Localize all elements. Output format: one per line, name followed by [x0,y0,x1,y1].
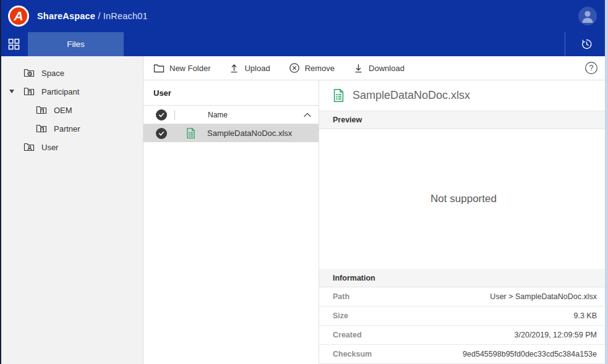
app-body: A Space Participant [0,56,608,364]
checkmark-icon [158,112,165,118]
apps-grid-button[interactable] [0,32,28,56]
remove-button[interactable]: Remove [289,62,335,74]
window-left-edge [0,0,1,364]
information-section-header: Information [319,269,608,287]
upload-button[interactable]: Upload [229,63,270,74]
new-folder-icon [153,64,165,73]
file-row-sampledatanodoc[interactable]: SampleDataNoDoc.xlsx [143,124,319,142]
name-column-header[interactable]: Name [208,111,319,119]
file-list-panel: User Name [143,80,319,364]
preview-area: Not supported [319,129,608,269]
info-value: 9.3 KB [573,311,597,320]
window-right-edge [605,0,608,364]
info-value: User > SampleDataNoDoc.xlsx [490,292,597,301]
remove-icon [289,62,300,74]
info-label: Checksum [333,350,372,358]
space-name: InReach01 [103,11,148,21]
participant-folder-icon [36,105,47,115]
apps-grid-icon [8,38,20,50]
new-folder-button[interactable]: New Folder [153,64,210,73]
sidebar-tree: A Space Participant [0,56,143,364]
name-column-label: Name [208,111,228,119]
upload-icon [229,63,239,74]
shareaspace-logo: A [8,6,29,27]
svg-text:?: ? [589,64,594,72]
user-folder-icon [24,142,35,152]
select-all-cell [143,109,174,121]
info-label: Created [333,331,362,339]
info-label: Size [333,311,348,320]
checkmark-icon [158,130,165,137]
sidebar-item-user[interactable]: User [0,138,143,156]
folder-title: User [143,80,319,106]
info-value: 9ed545598b95fd0dec33cd5c384a153e [463,350,597,358]
preview-section-header: Preview [319,111,608,129]
spreadsheet-file-icon [186,127,195,139]
spreadsheet-file-icon [333,88,345,103]
participant-folder-icon [24,87,35,96]
download-icon [353,63,364,74]
sidebar-item-space[interactable]: A Space [0,64,143,82]
info-label: Path [333,292,349,301]
row-check-cell [143,128,174,139]
preview-message: Not supported [430,193,497,205]
tab-files-label: Files [67,40,85,49]
file-table-header: Name [143,106,319,124]
help-icon: ? [584,61,598,75]
remove-label: Remove [305,64,335,73]
sidebar-item-label: Space [41,69,64,78]
shareaspace-app: A ShareAspace / InReach01 Files [0,0,608,364]
sort-ascending-icon[interactable] [304,112,311,117]
title-separator: / [98,11,103,21]
sidebar-item-participant[interactable]: Participant [0,82,143,101]
row-name-cell: SampleDataNoDoc.xlsx [207,129,319,138]
user-avatar-button[interactable] [578,7,597,25]
sidebar-item-oem[interactable]: OEM [0,101,143,119]
sidebar-item-partner[interactable]: Partner [0,119,143,138]
user-avatar-icon [578,7,597,25]
participant-folder-icon [36,124,47,133]
files-toolbar: New Folder Upload Remove [143,56,608,80]
info-row-created: Created 3/20/2019, 12:09:59 PM [319,326,608,345]
info-row-size: Size 9.3 KB [319,307,608,326]
upload-label: Upload [244,64,270,73]
details-file-title: SampleDataNoDoc.xlsx [353,89,470,102]
info-row-path: Path User > SampleDataNoDoc.xlsx [319,287,608,307]
file-name: SampleDataNoDoc.xlsx [207,129,292,138]
expand-arrow-icon[interactable] [9,90,14,93]
tab-files[interactable]: Files [28,32,124,56]
top-header-bar: A ShareAspace / InReach01 [0,0,608,32]
sidebar-item-label: User [41,143,58,152]
info-value: 3/20/2019, 12:09:59 PM [515,331,597,339]
sidebar-item-label: OEM [54,106,72,115]
select-all-checkbox[interactable] [156,109,167,121]
tab-bar: Files [0,32,608,56]
brand-name: ShareAspace [37,11,95,21]
row-checkbox[interactable] [156,128,167,139]
download-label: Download [369,64,405,73]
row-file-icon-cell [174,127,207,139]
help-button[interactable]: ? [584,61,598,75]
main-area: New Folder Upload Remove [143,56,608,364]
info-row-checksum: Checksum 9ed545598b95fd0dec33cd5c384a153… [319,345,608,364]
app-title: ShareAspace / InReach01 [37,11,148,21]
space-folder-icon: A [24,68,35,78]
sidebar-item-label: Participant [41,87,79,96]
new-folder-label: New Folder [169,64,210,73]
svg-text:A: A [28,72,31,75]
sidebar-item-label: Partner [54,124,80,133]
logo-letter: A [14,9,23,22]
tab-bar-spacer [124,32,565,56]
history-icon [580,38,593,51]
file-details-panel: SampleDataNoDoc.xlsx Preview Not support… [319,80,608,364]
history-button[interactable] [565,32,608,56]
download-button[interactable]: Download [353,63,405,74]
content-area: User Name [143,80,608,364]
details-title-row: SampleDataNoDoc.xlsx [319,80,608,111]
column-divider [174,110,175,120]
